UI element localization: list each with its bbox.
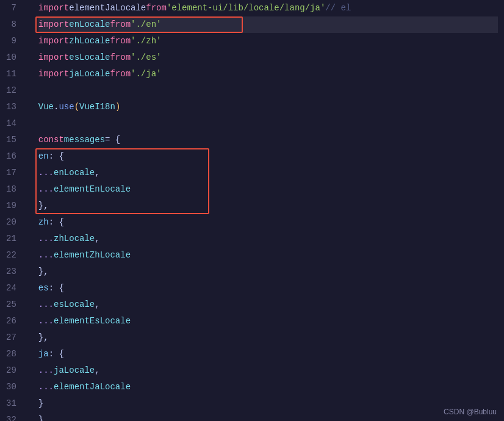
- line-num-14: 14: [6, 115, 26, 132]
- token-punct: ,: [95, 231, 99, 247]
- token-obj-key: zh: [38, 214, 49, 231]
- token-punct: },: [38, 329, 49, 346]
- line-num-8: 8: [6, 16, 26, 33]
- token-obj-key: es: [38, 280, 49, 297]
- token-punct: }: [38, 412, 43, 421]
- token-spread: ...: [38, 313, 54, 329]
- code-line-20: zh: {: [38, 214, 498, 231]
- token-punct: : {: [49, 346, 64, 362]
- token-spread: ...: [38, 231, 54, 247]
- token-var: VueI18n: [79, 99, 115, 115]
- code-line-28: ja: {: [38, 346, 498, 362]
- token-var: elementZhLocale: [54, 247, 131, 264]
- watermark: CSDN @Bubluu: [444, 408, 497, 416]
- token-var: enLocale: [54, 165, 95, 181]
- line-num-11: 11: [6, 66, 26, 82]
- token-punct: ,: [95, 297, 99, 313]
- line-num-27: 27: [6, 329, 26, 346]
- token-punct: }: [38, 395, 43, 412]
- code-line-16: en: {: [38, 148, 498, 165]
- token-from: from: [110, 33, 131, 49]
- token-str: './en': [131, 16, 161, 33]
- line-num-17: 17: [6, 165, 26, 181]
- token-from: from: [110, 16, 131, 33]
- token-str: './zh': [131, 33, 161, 49]
- code-line-17: ...enLocale,: [38, 165, 498, 181]
- code-line-8: import enLocale from './en': [38, 16, 498, 33]
- line-num-24: 24: [6, 280, 26, 297]
- line-num-32: 32: [6, 412, 26, 421]
- token-kw: import: [38, 16, 69, 33]
- token-punct: : {: [49, 280, 64, 297]
- code-line-27: },: [38, 329, 498, 346]
- line-num-28: 28: [6, 346, 26, 362]
- token-punct: },: [38, 198, 49, 214]
- token-kw: import: [38, 0, 69, 16]
- token-var: Vue: [38, 99, 54, 115]
- code-line-26: ...elementEsLocale: [38, 313, 498, 329]
- line-num-31: 31: [6, 395, 26, 412]
- line-num-23: 23: [6, 264, 26, 280]
- line-num-20: 20: [6, 214, 26, 231]
- token-var: elementEsLocale: [54, 313, 131, 329]
- line-num-19: 19: [6, 198, 26, 214]
- token-var: zhLocale: [69, 33, 110, 49]
- token-obj-key: en: [38, 148, 49, 165]
- token-spread: ...: [38, 362, 54, 379]
- token-punct: ,: [95, 165, 99, 181]
- line-num-25: 25: [6, 297, 26, 313]
- token-var: esLocale: [54, 297, 95, 313]
- token-var: elementJaLocale: [54, 379, 131, 395]
- code-line-15: const messages = {: [38, 132, 498, 148]
- token-obj-key: ja: [38, 346, 49, 362]
- line-num-21: 21: [6, 231, 26, 247]
- code-editor: 7891011121314151617181920212223242526272…: [0, 0, 504, 421]
- token-paren: (: [74, 99, 79, 115]
- line-num-10: 10: [6, 49, 26, 66]
- line-num-22: 22: [6, 247, 26, 264]
- code-line-13: Vue.use(VueI18n): [38, 99, 498, 115]
- token-str: 'element-ui/lib/locale/lang/ja': [167, 0, 325, 16]
- code-line-12: [38, 82, 498, 99]
- line-num-29: 29: [6, 362, 26, 379]
- token-spread: ...: [38, 165, 54, 181]
- token-var: jaLocale: [54, 362, 95, 379]
- code-content: import elementJaLocale from 'element-ui/…: [32, 0, 504, 421]
- token-kw: import: [38, 49, 69, 66]
- token-paren: ): [115, 99, 120, 115]
- token-spread: ...: [38, 379, 54, 395]
- token-kw: import: [38, 33, 69, 49]
- token-var: messages: [64, 132, 105, 148]
- token-from: from: [146, 0, 167, 16]
- code-line-32: }: [38, 412, 498, 421]
- token-punct: : {: [49, 148, 64, 165]
- token-from: from: [110, 66, 131, 82]
- code-line-19: },: [38, 198, 498, 214]
- token-punct: = {: [105, 132, 120, 148]
- code-line-25: ...esLocale,: [38, 297, 498, 313]
- token-var: jaLocale: [69, 66, 110, 82]
- token-str: './ja': [131, 66, 161, 82]
- code-line-9: import zhLocale from './zh': [38, 33, 498, 49]
- code-line-22: ...elementZhLocale: [38, 247, 498, 264]
- token-punct: },: [38, 264, 49, 280]
- token-var: elementEnLocale: [54, 181, 131, 198]
- line-num-12: 12: [6, 82, 26, 99]
- code-line-21: ...zhLocale,: [38, 231, 498, 247]
- token-comment: // el: [325, 0, 351, 16]
- line-num-15: 15: [6, 132, 26, 148]
- code-line-10: import esLocale from './es': [38, 49, 498, 66]
- token-var: esLocale: [69, 49, 110, 66]
- code-line-11: import jaLocale from './ja': [38, 66, 498, 82]
- code-area: 7891011121314151617181920212223242526272…: [0, 0, 504, 421]
- line-num-16: 16: [6, 148, 26, 165]
- code-line-31: }: [38, 395, 498, 412]
- code-line-7: import elementJaLocale from 'element-ui/…: [38, 0, 498, 16]
- token-str: './es': [131, 49, 161, 66]
- token-var: enLocale: [69, 16, 110, 33]
- token-spread: ...: [38, 247, 54, 264]
- token-method: use: [59, 99, 74, 115]
- line-num-18: 18: [6, 181, 26, 198]
- token-spread: ...: [38, 297, 54, 313]
- token-spread: ...: [38, 181, 54, 198]
